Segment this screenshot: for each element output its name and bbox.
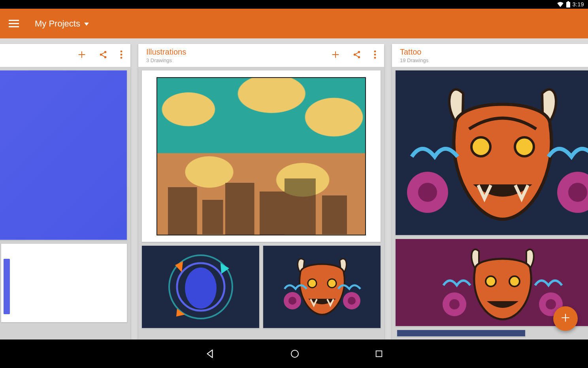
wifi-icon	[557, 2, 564, 7]
add-icon[interactable]	[77, 50, 86, 61]
new-drawing-fab[interactable]	[553, 306, 578, 331]
svg-point-10	[121, 57, 122, 59]
svg-point-41	[515, 137, 534, 156]
svg-rect-4	[9, 26, 19, 27]
svg-point-45	[568, 183, 587, 202]
svg-point-24	[358, 56, 360, 59]
project-card[interactable]: Illustrations 3 Drawings	[138, 44, 384, 340]
svg-point-47	[509, 276, 520, 286]
drawing-thumbnail[interactable]	[1, 243, 127, 322]
project-header: Tattoo 19 Drawings	[392, 44, 588, 67]
svg-point-35	[328, 279, 336, 288]
svg-point-34	[308, 279, 317, 288]
drawing-thumbnail[interactable]	[395, 70, 588, 235]
drawing-thumbnail[interactable]	[141, 70, 381, 242]
chevron-down-icon	[84, 20, 89, 27]
svg-point-25	[374, 51, 376, 53]
svg-point-30	[185, 267, 217, 309]
svg-point-9	[121, 54, 122, 56]
more-vert-icon[interactable]	[374, 50, 376, 61]
drawing-thumbnail[interactable]	[141, 245, 260, 328]
svg-rect-3	[9, 23, 19, 24]
svg-rect-1	[567, 1, 569, 2]
hamburger-icon[interactable]	[9, 20, 19, 28]
project-card[interactable]: Tattoo 19 Drawings	[392, 44, 588, 340]
project-header	[0, 44, 130, 67]
project-header: Illustrations 3 Drawings	[138, 44, 384, 67]
svg-point-39	[348, 297, 356, 305]
svg-point-51	[546, 299, 556, 309]
battery-icon	[566, 1, 570, 8]
project-card[interactable]	[0, 44, 130, 340]
svg-point-22	[358, 51, 360, 53]
add-icon[interactable]	[331, 50, 340, 61]
svg-point-40	[471, 137, 490, 156]
project-subtitle: 19 Drawings	[400, 57, 588, 63]
svg-rect-0	[566, 2, 570, 8]
app-title: My Projects	[35, 19, 80, 29]
svg-point-8	[121, 51, 122, 53]
svg-point-37	[288, 297, 296, 305]
drawing-thumbnail[interactable]	[263, 245, 381, 328]
share-icon[interactable]	[352, 50, 361, 61]
projects-scroller: Illustrations 3 Drawings	[0, 44, 588, 340]
svg-rect-53	[376, 351, 382, 357]
projects-stage[interactable]: Illustrations 3 Drawings	[0, 38, 588, 340]
more-vert-icon[interactable]	[120, 50, 122, 61]
projects-dropdown[interactable]: My Projects	[35, 19, 89, 29]
share-icon[interactable]	[99, 50, 107, 61]
android-status-bar: 3:19	[0, 0, 588, 9]
nav-home-icon[interactable]	[290, 349, 300, 359]
svg-point-7	[104, 56, 107, 59]
status-time: 3:19	[573, 1, 584, 8]
project-title: Illustrations	[146, 47, 331, 57]
svg-point-26	[374, 54, 376, 56]
project-title: Tattoo	[400, 47, 588, 57]
svg-point-49	[449, 299, 460, 309]
svg-point-46	[486, 276, 496, 286]
app-bar: My Projects	[0, 9, 588, 38]
svg-point-27	[374, 57, 376, 59]
svg-point-5	[104, 51, 107, 53]
android-nav-bar	[0, 340, 588, 368]
project-subtitle: 3 Drawings	[146, 57, 331, 63]
nav-recent-icon[interactable]	[375, 349, 383, 358]
drawing-thumbnail[interactable]	[397, 330, 526, 337]
svg-point-43	[418, 183, 437, 202]
svg-rect-2	[9, 20, 19, 21]
add-icon	[560, 313, 571, 324]
drawing-thumbnail[interactable]	[0, 70, 127, 240]
nav-back-icon[interactable]	[205, 349, 215, 359]
svg-point-52	[291, 350, 298, 357]
svg-point-23	[354, 53, 356, 56]
svg-point-6	[100, 53, 102, 56]
